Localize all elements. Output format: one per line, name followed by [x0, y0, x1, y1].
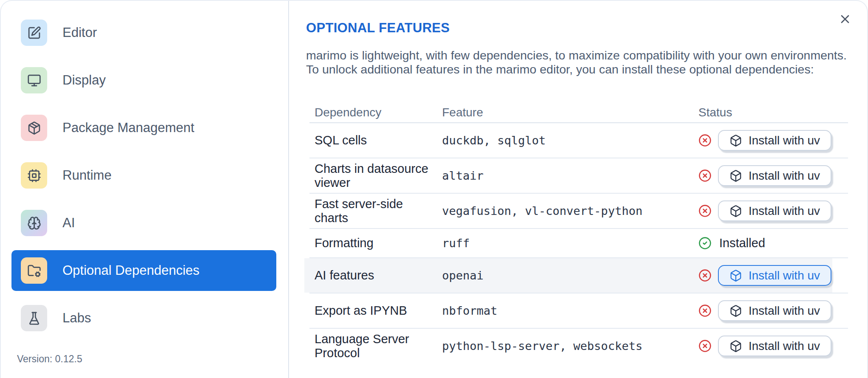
- table-row-sql-cells: SQL cells duckdb, sqlglot Install with u…: [309, 123, 848, 158]
- status-cell: Install with uv: [693, 265, 848, 286]
- sidebar-item-display[interactable]: Display: [11, 60, 276, 101]
- circle-x-icon: [698, 134, 712, 147]
- dependency-cell: Charts in datasource viewer: [309, 162, 437, 190]
- cpu-icon: [21, 162, 47, 189]
- description-line-2: To unlock additional features in the mar…: [306, 62, 814, 76]
- feature-cell: ruff: [437, 237, 693, 250]
- sidebar-item-labs[interactable]: Labs: [11, 298, 276, 339]
- dependency-cell: Export as IPYNB: [309, 304, 437, 318]
- feature-cell: altair: [437, 169, 693, 182]
- square-pen-icon: [21, 20, 47, 46]
- circle-x-icon: [698, 339, 712, 353]
- sidebar-item-label: Optional Dependencies: [62, 263, 199, 278]
- sidebar-item-label: Package Management: [62, 120, 194, 135]
- page-title: OPTIONAL FEATURES: [306, 20, 852, 36]
- sidebar-item-package-management[interactable]: Package Management: [11, 107, 276, 148]
- sidebar-item-label: Labs: [62, 310, 91, 326]
- table-row-export-as-ipynb: Export as IPYNB nbformat Install with uv: [309, 293, 848, 329]
- dependency-cell: Fast server-side charts: [309, 197, 437, 225]
- sidebar-item-editor[interactable]: Editor: [11, 12, 276, 53]
- description-line-1: marimo is lightweight, with few dependen…: [306, 48, 847, 62]
- version-label: Version: 0.12.5: [17, 353, 82, 365]
- box-icon: [729, 134, 742, 147]
- header-feature: Feature: [437, 106, 693, 119]
- dependency-cell: AI features: [309, 268, 437, 282]
- circle-x-icon: [698, 304, 712, 317]
- brain-icon: [21, 210, 47, 236]
- sidebar-item-ai[interactable]: AI: [11, 203, 276, 243]
- status-cell: Install with uv: [693, 300, 848, 321]
- box-icon: [729, 305, 742, 317]
- flask-icon: [21, 305, 47, 331]
- feature-cell: vegafusion, vl-convert-python: [437, 204, 693, 217]
- circle-x-icon: [698, 269, 712, 282]
- circle-x-icon: [698, 169, 712, 182]
- install-with-uv-button-ai-features[interactable]: Install with uv: [718, 265, 831, 286]
- table-body: SQL cells duckdb, sqlglot Install with u…: [309, 123, 848, 363]
- header-dependency: Dependency: [309, 106, 437, 119]
- sidebar-item-runtime[interactable]: Runtime: [11, 155, 276, 196]
- install-with-uv-button-charts-in-datasource-viewer[interactable]: Install with uv: [718, 165, 831, 186]
- description: marimo is lightweight, with few dependen…: [306, 48, 852, 76]
- installed-label: Installed: [719, 236, 765, 250]
- status-cell: Install with uv: [693, 336, 848, 356]
- dependency-cell: SQL cells: [309, 133, 437, 147]
- status-cell: Installed: [693, 236, 848, 250]
- dependency-cell: Language Server Protocol: [309, 332, 437, 360]
- box-icon: [729, 205, 742, 217]
- sidebar-item-label: AI: [62, 215, 75, 231]
- x-icon: [838, 21, 852, 27]
- table-row-fast-server-side-charts: Fast server-side charts vegafusion, vl-c…: [309, 194, 848, 229]
- install-with-uv-button-sql-cells[interactable]: Install with uv: [718, 130, 831, 151]
- package-icon: [21, 115, 47, 141]
- table-row-language-server-protocol: Language Server Protocol python-lsp-serv…: [309, 329, 848, 363]
- dependency-cell: Formatting: [309, 236, 437, 250]
- feature-cell: duckdb, sqlglot: [437, 134, 693, 147]
- table-row-charts-in-datasource-viewer: Charts in datasource viewer altair Insta…: [309, 158, 848, 194]
- settings-dialog: Editor Display Package Management Runtim…: [0, 0, 868, 378]
- header-status: Status: [693, 106, 848, 119]
- feature-cell: openai: [437, 269, 693, 282]
- feature-cell: python-lsp-server, websockets: [437, 339, 693, 353]
- circle-x-icon: [698, 204, 712, 217]
- folder-cog-icon: [21, 257, 47, 284]
- table-row-formatting: Formatting ruff Installed: [309, 229, 848, 258]
- sidebar-item-optional-dependencies[interactable]: Optional Dependencies: [11, 250, 276, 291]
- circle-check-icon: [698, 237, 712, 250]
- sidebar-item-label: Runtime: [62, 168, 111, 183]
- box-icon: [729, 169, 742, 182]
- status-cell: Install with uv: [693, 130, 848, 151]
- install-with-uv-button-fast-server-side-charts[interactable]: Install with uv: [718, 200, 831, 221]
- box-icon: [729, 340, 742, 353]
- close-dialog-button[interactable]: [837, 12, 853, 27]
- table-row-ai-features: AI features openai Install with uv: [309, 258, 848, 293]
- optional-features-panel: OPTIONAL FEATURES marimo is lightweight,…: [289, 1, 867, 378]
- monitor-icon: [21, 67, 47, 93]
- install-with-uv-button-export-as-ipynb[interactable]: Install with uv: [718, 300, 831, 321]
- status-cell: Install with uv: [693, 165, 848, 186]
- box-icon: [729, 269, 742, 282]
- dependencies-table: Dependency Feature Status SQL cells duck…: [309, 103, 848, 363]
- feature-cell: nbformat: [437, 304, 693, 317]
- status-cell: Install with uv: [693, 200, 848, 221]
- install-with-uv-button-language-server-protocol[interactable]: Install with uv: [718, 336, 831, 356]
- settings-sidebar: Editor Display Package Management Runtim…: [1, 1, 289, 378]
- table-header-row: Dependency Feature Status: [309, 103, 848, 123]
- sidebar-item-list: Editor Display Package Management Runtim…: [1, 12, 288, 339]
- sidebar-item-label: Editor: [62, 25, 97, 40]
- sidebar-item-label: Display: [62, 73, 106, 88]
